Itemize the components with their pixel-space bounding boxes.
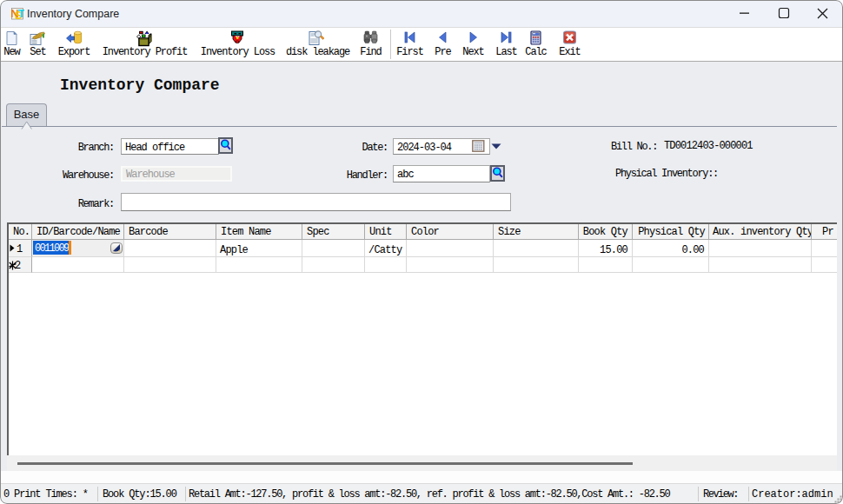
svg-text:T: T: [18, 7, 24, 20]
